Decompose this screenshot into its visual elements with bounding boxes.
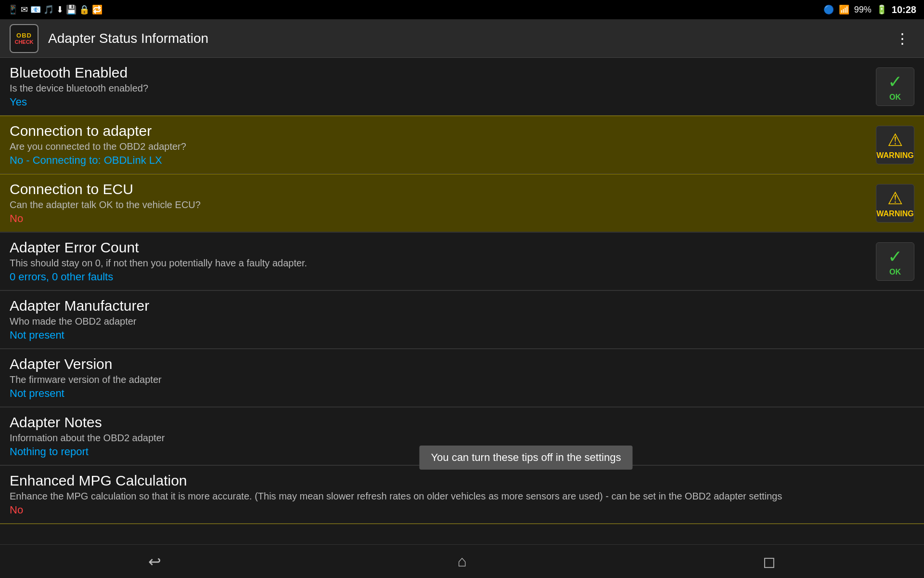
section-notes: Adapter Notes Information about the OBD2…	[0, 407, 924, 465]
section-version: Adapter Version The firmware version of …	[0, 349, 924, 407]
battery-icon: 🔋	[876, 4, 887, 15]
warning-label-2: WARNING	[876, 210, 913, 218]
app-bar: OBD CHECK Adapter Status Information ⋮	[0, 19, 924, 58]
logo-check-text: CHECK	[14, 39, 33, 45]
tips-tooltip: You can turn these tips off in the setti…	[419, 446, 632, 470]
section-ecu-content: Connection to ECU Can the adapter talk O…	[10, 181, 866, 225]
status-time: 10:28	[892, 4, 916, 15]
section-ecu-desc: Can the adapter talk OK to the vehicle E…	[10, 199, 866, 210]
section-bluetooth-content: Bluetooth Enabled Is the device bluetoot…	[10, 65, 866, 108]
notification-icons: 📱 ✉ 📧 🎵 ⬇ 💾 🔒 🔁	[8, 4, 103, 15]
main-content: Bluetooth Enabled Is the device bluetoot…	[0, 58, 924, 544]
battery-percent: 99%	[854, 5, 872, 15]
section-manufacturer-desc: Who made the OBD2 adapter	[10, 316, 914, 327]
section-error-content: Adapter Error Count This should stay on …	[10, 239, 866, 283]
section-adapter-value: No - Connecting to: OBDLink LX	[10, 154, 866, 167]
ok-label-2: OK	[889, 268, 901, 276]
section-manufacturer-content: Adapter Manufacturer Who made the OBD2 a…	[10, 298, 914, 342]
overflow-menu-button[interactable]: ⋮	[890, 25, 914, 52]
error-count-status-badge: ✓ OK	[876, 242, 914, 281]
section-adapter-content: Connection to adapter Are you connected …	[10, 123, 866, 167]
page-title: Adapter Status Information	[48, 31, 890, 46]
recents-button[interactable]: ◻	[763, 552, 776, 571]
section-mpg-title: Enhanced MPG Calculation	[10, 473, 914, 489]
section-error-value: 0 errors, 0 other faults	[10, 271, 866, 283]
section-connection-adapter: Connection to adapter Are you connected …	[0, 116, 924, 174]
section-error-desc: This should stay on 0, if not then you p…	[10, 258, 866, 269]
status-bar: 📱 ✉ 📧 🎵 ⬇ 💾 🔒 🔁 🔵 📶 99% 🔋 10:28	[0, 0, 924, 19]
section-bluetooth-desc: Is the device bluetooth enabled?	[10, 83, 866, 94]
section-error-title: Adapter Error Count	[10, 239, 866, 256]
back-button[interactable]: ↩	[148, 552, 161, 571]
status-bar-right: 🔵 📶 99% 🔋 10:28	[823, 4, 916, 15]
warning-icon-2: ⚠	[887, 188, 903, 209]
section-adapter-desc: Are you connected to the OBD2 adapter?	[10, 141, 866, 152]
section-version-value: Not present	[10, 387, 914, 400]
section-bluetooth-enabled: Bluetooth Enabled Is the device bluetoot…	[0, 58, 924, 116]
ok-check-icon-2: ✓	[888, 247, 902, 267]
section-mpg: Enhanced MPG Calculation Enhance the MPG…	[0, 466, 924, 524]
bluetooth-icon: 🔵	[823, 4, 834, 15]
section-manufacturer: Adapter Manufacturer Who made the OBD2 a…	[0, 291, 924, 349]
ecu-status-badge: ⚠ WARNING	[876, 184, 914, 223]
section-mpg-value: No	[10, 504, 914, 516]
section-bluetooth-title: Bluetooth Enabled	[10, 65, 866, 81]
section-version-desc: The firmware version of the adapter	[10, 374, 914, 385]
warning-icon-1: ⚠	[887, 130, 903, 150]
adapter-status-badge: ⚠ WARNING	[876, 126, 914, 164]
app-logo: OBD CHECK	[10, 24, 38, 53]
section-ecu-title: Connection to ECU	[10, 181, 866, 197]
divider-bottom	[0, 524, 924, 524]
ok-label: OK	[889, 93, 901, 102]
section-version-title: Adapter Version	[10, 356, 914, 372]
status-bar-left: 📱 ✉ 📧 🎵 ⬇ 💾 🔒 🔁	[8, 4, 103, 15]
warning-label-1: WARNING	[876, 151, 913, 160]
section-mpg-content: Enhanced MPG Calculation Enhance the MPG…	[10, 473, 914, 516]
section-adapter-title: Connection to adapter	[10, 123, 866, 139]
section-ecu-value: No	[10, 212, 866, 225]
section-mpg-desc: Enhance the MPG calculation so that it i…	[10, 491, 914, 502]
section-manufacturer-value: Not present	[10, 329, 914, 342]
section-error-count: Adapter Error Count This should stay on …	[0, 233, 924, 290]
bottom-nav: ↩ ⌂ ◻	[0, 544, 924, 578]
wifi-icon: 📶	[839, 4, 849, 15]
logo-obd-text: OBD	[16, 32, 32, 39]
section-manufacturer-title: Adapter Manufacturer	[10, 298, 914, 314]
bluetooth-status-badge: ✓ OK	[876, 67, 914, 106]
ok-check-icon: ✓	[888, 72, 902, 92]
section-version-content: Adapter Version The firmware version of …	[10, 356, 914, 400]
section-bluetooth-value: Yes	[10, 96, 866, 108]
section-notes-title: Adapter Notes	[10, 414, 914, 431]
home-button[interactable]: ⌂	[457, 552, 466, 570]
section-notes-desc: Information about the OBD2 adapter	[10, 433, 914, 444]
section-connection-ecu: Connection to ECU Can the adapter talk O…	[0, 174, 924, 232]
